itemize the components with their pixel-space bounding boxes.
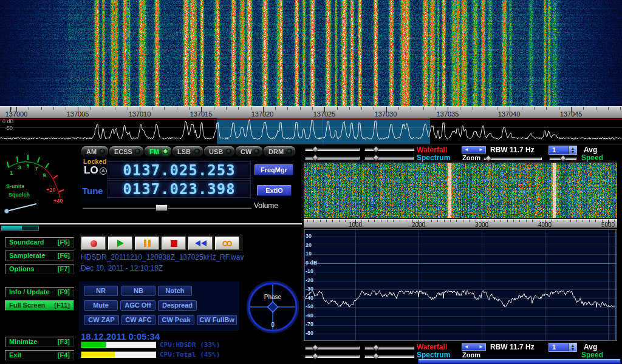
play-button[interactable] bbox=[108, 237, 132, 250]
button-label: Full Screen bbox=[9, 301, 45, 310]
spinner-down-icon[interactable]: ▼ bbox=[571, 150, 575, 154]
loop-icon bbox=[222, 241, 232, 246]
cpu-total-bar bbox=[81, 351, 156, 358]
loop-button[interactable] bbox=[215, 237, 239, 250]
button-hotkey: [F5] bbox=[58, 238, 70, 247]
exit-button[interactable]: Exit[F4] bbox=[5, 350, 74, 360]
slider-thumb[interactable] bbox=[312, 344, 318, 351]
soundcard-button[interactable]: Soundcard[F5] bbox=[5, 237, 74, 248]
mode-label: LSB bbox=[177, 148, 191, 155]
zoom-label: Zoom bbox=[462, 154, 480, 161]
mode-button-fm[interactable]: FM bbox=[145, 146, 171, 157]
mode-led bbox=[254, 149, 259, 154]
spinner-down-icon[interactable]: ▼ bbox=[571, 348, 575, 351]
mute-button[interactable]: Mute bbox=[84, 300, 118, 311]
rbw-readout: RBW 11.7 Hz bbox=[490, 343, 535, 351]
slider-thumb[interactable] bbox=[312, 352, 318, 359]
slider-thumb[interactable] bbox=[485, 155, 491, 161]
pan-scrollbar[interactable]: ◄ ► bbox=[462, 146, 486, 153]
mode-button-drm[interactable]: DRM bbox=[264, 146, 295, 157]
mode-button-cw[interactable]: CW bbox=[236, 146, 262, 157]
waterfall-brightness-slider[interactable] bbox=[305, 148, 360, 151]
slider-thumb[interactable] bbox=[312, 146, 318, 152]
zoom-waterfall[interactable] bbox=[304, 163, 617, 218]
volume-label: Volume bbox=[254, 201, 278, 210]
slider-thumb[interactable] bbox=[312, 154, 318, 161]
avg-label: Avg bbox=[584, 146, 597, 154]
s-meter-needle bbox=[7, 204, 36, 211]
agc-button[interactable]: AGC Off bbox=[120, 300, 156, 311]
nb-button[interactable]: NB bbox=[121, 286, 156, 296]
fullscreen-button[interactable]: Full Screen[F11] bbox=[5, 300, 74, 311]
notch-button[interactable]: Notch bbox=[158, 286, 192, 296]
zoom-label: Zoom bbox=[462, 351, 480, 359]
spectrum-range-slider[interactable] bbox=[364, 157, 414, 160]
speed-slider[interactable] bbox=[549, 157, 576, 160]
cw-afc-button[interactable]: CW AFC bbox=[121, 315, 156, 325]
spectrum-gain-slider[interactable] bbox=[305, 157, 360, 160]
volume-thumb[interactable] bbox=[156, 204, 168, 211]
rewind-button[interactable] bbox=[188, 237, 213, 250]
dropdown-arrows[interactable]: ▲▼ bbox=[569, 146, 576, 154]
scroll-left-icon[interactable]: ◄ bbox=[464, 344, 469, 350]
overview-spectrum-canvas[interactable] bbox=[0, 118, 622, 144]
freq-tick-label: 137020 bbox=[251, 110, 274, 118]
zoom-frequency-scale[interactable]: 1000 2000 3000 4000 5000 bbox=[304, 219, 617, 228]
nr-button[interactable]: NR bbox=[84, 286, 118, 296]
average-dropdown[interactable]: 1 ▲▼ bbox=[549, 146, 577, 155]
cw-zap-button[interactable]: CW ZAP bbox=[84, 315, 119, 325]
zoom-slider[interactable] bbox=[484, 157, 542, 160]
slider-thumb[interactable] bbox=[372, 154, 379, 161]
squelch-slider[interactable] bbox=[1, 226, 39, 231]
tune-frequency-digits[interactable]: 0137.023.398 bbox=[108, 180, 251, 198]
s-meter-pivot bbox=[5, 209, 9, 214]
slider-thumb[interactable] bbox=[372, 344, 379, 351]
dropdown-arrows[interactable]: ▲▼ bbox=[569, 343, 576, 351]
pan-scrollbar[interactable]: ◄ ► bbox=[462, 343, 486, 351]
spectrum-range-slider[interactable] bbox=[364, 355, 414, 358]
mode-button-usb[interactable]: USB bbox=[204, 146, 234, 157]
scroll-left-icon[interactable]: ◄ bbox=[464, 147, 469, 153]
mode-button-lsb[interactable]: LSB bbox=[173, 146, 203, 157]
freq-tick-label: 137025 bbox=[313, 110, 336, 118]
pause-button[interactable] bbox=[135, 237, 159, 250]
cw-fullbw-button[interactable]: CW FullBw bbox=[197, 315, 237, 325]
spectrum-gain-slider[interactable] bbox=[305, 355, 360, 358]
tune-label: Tune bbox=[82, 186, 103, 196]
mode-button-am[interactable]: AM bbox=[81, 146, 108, 157]
average-dropdown[interactable]: 1 ▲▼ bbox=[549, 343, 577, 352]
overview-db-label: -50 bbox=[5, 125, 13, 131]
vfo-a-badge[interactable]: A bbox=[100, 167, 107, 175]
options-button[interactable]: Options[F7] bbox=[5, 264, 74, 274]
freqmgr-button[interactable]: FreqMgr bbox=[255, 164, 293, 175]
record-button[interactable] bbox=[81, 237, 106, 250]
despread-button[interactable]: Despread bbox=[158, 300, 197, 311]
waterfall-spectrum-controls-bottom: Waterfall Spectrum ◄ ► RBW 11.7 Hz Zoom … bbox=[302, 342, 622, 364]
slider-thumb[interactable] bbox=[372, 352, 379, 359]
extio-button[interactable]: ExtIO bbox=[257, 185, 292, 196]
volume-slider[interactable] bbox=[83, 204, 251, 211]
main-waterfall[interactable] bbox=[0, 0, 622, 106]
zoom-spectrum[interactable] bbox=[304, 229, 617, 341]
db-tick-label: -40 bbox=[306, 295, 313, 301]
cw-peak-button[interactable]: CW Peak bbox=[158, 315, 194, 325]
stop-button[interactable] bbox=[162, 237, 186, 250]
freq-tick-label: 137015 bbox=[190, 110, 213, 118]
main-frequency-scale[interactable]: 137000 137005 137010 137015 137020 13702… bbox=[0, 106, 622, 118]
zoom-scrollbar[interactable] bbox=[418, 359, 621, 364]
scroll-right-icon[interactable]: ► bbox=[479, 147, 484, 153]
info-update-button[interactable]: Info / Update[F9] bbox=[5, 287, 74, 297]
cpu-total-label: CPU:Total (45%) bbox=[160, 351, 220, 359]
samplerate-button[interactable]: Samplerate[F6] bbox=[5, 251, 74, 261]
scroll-right-icon[interactable]: ► bbox=[479, 344, 484, 350]
slider-thumb[interactable] bbox=[559, 155, 566, 161]
mode-led bbox=[163, 149, 168, 154]
waterfall-brightness-slider[interactable] bbox=[305, 346, 360, 349]
minimize-button[interactable]: Minimize[F3] bbox=[5, 337, 74, 347]
mode-button-ecss[interactable]: ECSS bbox=[109, 146, 143, 157]
lo-frequency-digits[interactable]: 0137.025.253 bbox=[108, 161, 251, 179]
slider-thumb[interactable] bbox=[372, 146, 379, 152]
stop-icon bbox=[171, 240, 177, 247]
waterfall-contrast-slider[interactable] bbox=[364, 346, 414, 349]
waterfall-contrast-slider[interactable] bbox=[364, 148, 414, 151]
